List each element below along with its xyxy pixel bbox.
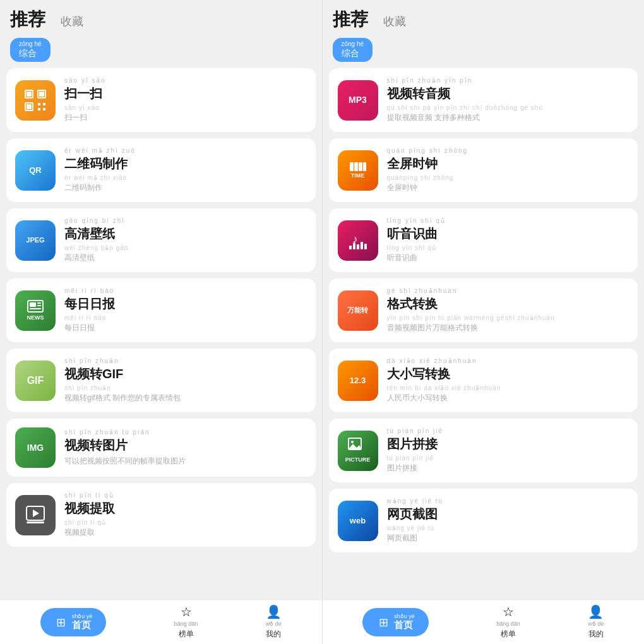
svg-rect-17	[27, 522, 44, 523]
item-text-gif: shì pǐn zhuǎn 视频转GIF shì pǐn zhuǎn 视频转gi…	[64, 357, 307, 403]
item-name: 大小写转换	[387, 366, 629, 383]
nav-mine-label-right: 我的	[588, 629, 604, 640]
list-item[interactable]: sāo yī sāo 扫一扫 sān yī xāo 扫一扫	[6, 68, 316, 132]
item-desc: 视频转gif格式 制作您的专属表情包	[64, 393, 307, 403]
left-bottom-nav: ⊞ shǒu yè 首页 ☆ bāng dān 榜单 👤 wǒ de 我的	[0, 600, 322, 644]
right-items-list: MP3 shì pǐn zhuǎn yīn pǐn 视频转音频 qū shí s…	[323, 68, 645, 600]
item-sub-pinyin: èr wéi mǎ zhì xiāo	[64, 174, 307, 181]
item-pinyin: shì pǐn zhuǎn	[64, 357, 307, 364]
item-name: 听音识曲	[387, 225, 629, 242]
item-desc: 二维码制作	[64, 182, 307, 193]
svg-marker-30	[349, 444, 361, 449]
list-item[interactable]: IMG shì pǐn zhuǎn tú piàn 视频转图片 可以把视频按照不…	[6, 419, 316, 477]
nav-mine-left[interactable]: 👤 wǒ de 我的	[266, 605, 282, 640]
nav-home-right[interactable]: ⊞ shǒu yè 首页	[362, 608, 429, 636]
list-item[interactable]: ♪ tīng yīn shí qǔ 听音识曲 tīng yīn shí qǔ 听…	[329, 208, 638, 272]
right-subtitle: 收藏	[383, 14, 406, 32]
item-pinyin: shì pǐn zhuǎn tú piàn	[64, 429, 307, 436]
nav-home-left[interactable]: ⊞ shǒu yè 首页	[40, 608, 107, 636]
item-desc: 每日日报	[64, 323, 307, 333]
rank-icon-right: ☆	[501, 605, 515, 619]
nav-rank-left[interactable]: ☆ bāng dān 榜单	[174, 605, 198, 640]
mine-icon-right: 👤	[589, 605, 603, 619]
nav-mine-label: 我的	[266, 629, 281, 640]
svg-marker-16	[33, 510, 39, 517]
item-sub-pinyin: quánpíng shí zhōng	[387, 174, 629, 181]
item-name: 每日日报	[64, 295, 307, 313]
list-item[interactable]: MP3 shì pǐn zhuǎn yīn pǐn 视频转音频 qū shí s…	[329, 68, 638, 132]
right-bottom-nav: ⊞ shǒu yè 首页 ☆ bāng dān 榜单 👤 wǒ de 我的	[323, 600, 645, 644]
nav-rank-label: 榜单	[179, 629, 194, 640]
app-icon-gif: GIF	[15, 361, 56, 401]
item-desc: 人民币大小写转换	[387, 393, 629, 403]
item-name: 视频转音频	[387, 85, 629, 102]
list-item[interactable]: PICTURE tú piàn pīn jiē 图片拼接 tú piàn pīn…	[329, 419, 638, 482]
item-name: 扫一扫	[64, 85, 307, 102]
item-desc: 图片拼接	[387, 463, 629, 474]
item-desc: 可以把视频按照不同的帧率提取图片	[64, 456, 307, 467]
item-sub-pinyin: shì pǐn tí qǔ	[64, 519, 307, 526]
svg-rect-21	[363, 162, 366, 171]
list-item[interactable]: 12.3 dà xiǎo xiě zhuǎnhuàn 大小写转换 rén mín…	[329, 349, 638, 412]
item-sub-pinyin: tú piàn pīn jiē	[387, 455, 629, 462]
list-item[interactable]: TIME quán píng shí zhōng 全屏时钟 quánpíng s…	[329, 138, 638, 202]
item-pinyin: dà xiǎo xiě zhuǎnhuàn	[387, 357, 629, 364]
item-pinyin: shì pǐn zhuǎn yīn pǐn	[387, 77, 629, 84]
left-tab-综合[interactable]: zōng hé 综合	[10, 38, 51, 62]
item-name: 全屏时钟	[387, 155, 629, 172]
right-panel: 推荐 收藏 zōng hé 综合 MP3 shì pǐn zhuǎn yīn p…	[323, 0, 645, 644]
mine-icon: 👤	[266, 605, 280, 619]
svg-rect-6	[38, 103, 40, 105]
item-sub-pinyin: měi rì rì bào	[64, 314, 307, 321]
nav-home-pinyin-right: shǒu yè	[394, 613, 415, 619]
item-text-picture: tú piàn pīn jiē 图片拼接 tú piàn pīn jiē 图片拼…	[387, 427, 629, 474]
right-tab-综合[interactable]: zōng hé 综合	[333, 38, 373, 62]
svg-point-29	[351, 441, 354, 443]
item-pinyin: tīng yīn shí qǔ	[387, 217, 629, 224]
item-sub-pinyin: sān yī xāo	[64, 104, 307, 111]
svg-rect-18	[350, 162, 354, 171]
svg-rect-12	[37, 302, 41, 304]
nav-rank-pinyin-right: bāng dān	[496, 621, 520, 627]
app-icon-wallpaper: JPEG	[15, 220, 56, 261]
item-text-mp3: shì pǐn zhuǎn yīn pǐn 视频转音频 qū shí shì p…	[387, 77, 629, 123]
list-item[interactable]: web wǎng yè jié tú 网页截图 wǎng yè jiē tú 网…	[329, 489, 638, 552]
left-subtitle: 收藏	[61, 14, 83, 32]
item-sub-pinyin: wèi zhèng bǎo gāo	[64, 244, 307, 251]
home-icon-right: ⊞	[376, 616, 390, 629]
list-item[interactable]: shì pǐn tí qǔ 视频提取 shì pǐn tí qǔ 视频提取	[6, 483, 316, 547]
list-item[interactable]: 万能转 gé shì zhuǎnhuàn 格式转换 yīn pín shì pí…	[329, 278, 638, 342]
item-pinyin: shì pǐn tí qǔ	[64, 492, 307, 499]
nav-mine-pinyin: wǒ de	[266, 621, 282, 627]
svg-rect-23	[349, 246, 352, 249]
list-item[interactable]: QR èr wéi mǎ zhì zuò 二维码制作 èr wéi mǎ zhì…	[6, 138, 316, 202]
svg-rect-27	[364, 244, 367, 249]
app-icon-picture: PICTURE	[338, 431, 378, 471]
app-icon-scan	[15, 80, 56, 121]
nav-mine-pinyin-right: wǒ de	[588, 621, 604, 627]
rank-icon: ☆	[179, 605, 193, 619]
item-name: 网页截图	[387, 506, 629, 523]
item-pinyin: gāo qīng bì zhǐ	[64, 217, 307, 224]
item-name: 二维码制作	[64, 155, 307, 172]
svg-rect-19	[354, 162, 358, 171]
list-item[interactable]: GIF shì pǐn zhuǎn 视频转GIF shì pǐn zhuǎn 视…	[6, 349, 316, 412]
app-icon-music: ♪	[338, 220, 378, 261]
right-tab-pinyin: zōng hé	[342, 40, 364, 47]
item-text-video-extract: shì pǐn tí qǔ 视频提取 shì pǐn tí qǔ 视频提取	[64, 492, 307, 538]
nav-rank-right[interactable]: ☆ bāng dān 榜单	[496, 605, 520, 640]
nav-mine-right[interactable]: 👤 wǒ de 我的	[588, 605, 604, 640]
item-desc: 网页截图	[387, 533, 629, 544]
item-pinyin: èr wéi mǎ zhì zuò	[64, 147, 307, 154]
app-icon-video-extract	[15, 495, 56, 535]
svg-rect-5	[27, 104, 32, 109]
left-panel: 推荐 收藏 zōng hé 综合	[0, 0, 322, 644]
svg-rect-14	[30, 308, 41, 309]
app-icon-web: web	[338, 501, 378, 541]
nav-home-label-right: 首页	[394, 619, 413, 631]
nav-home-pinyin: shǒu yè	[72, 613, 93, 619]
list-item[interactable]: JPEG gāo qīng bì zhǐ 高清壁纸 wèi zhèng bǎo …	[6, 208, 316, 272]
list-item[interactable]: NEWS měi rì rì bào 每日日报 měi rì rì bào 每日…	[6, 278, 316, 342]
svg-rect-1	[27, 92, 32, 97]
svg-rect-9	[43, 108, 45, 110]
